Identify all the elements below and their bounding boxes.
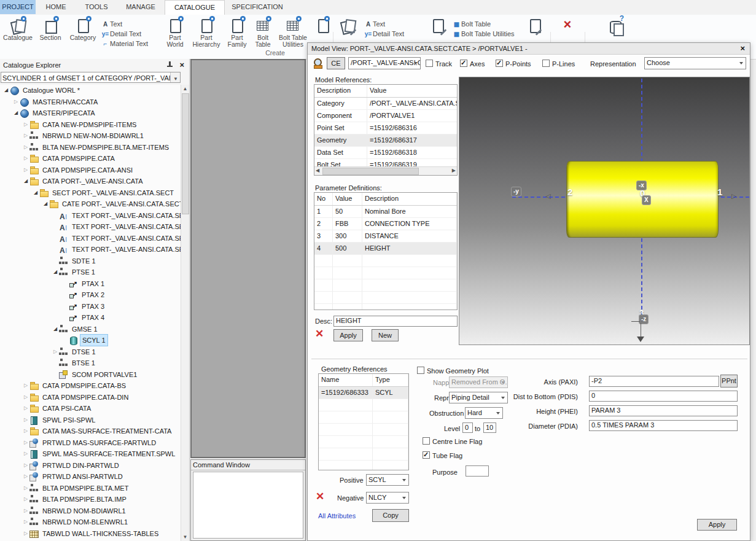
bolt-table-utilities-modify-button[interactable]: ▦Bolt Table Utilities <box>452 29 515 39</box>
model-viewport[interactable]: -y ◁ ▷ 2 1 -x 0 X 3 -z <box>459 77 750 345</box>
collapse-icon[interactable]: ◢ <box>42 198 49 209</box>
bolt-table-utilities-button[interactable]: Bolt Table Utilities <box>275 17 311 48</box>
scrollbar-thumb[interactable] <box>182 93 189 214</box>
bolt-table-button[interactable]: Bolt Table <box>251 17 275 48</box>
tree-item[interactable]: ▷PRTWLD MAS-SURFACE-PARTWLD <box>0 437 181 449</box>
model-view-title-bar[interactable]: Model View: PORT-_VALVE-ANSI.CATA.SECT.C… <box>308 43 750 55</box>
tree-item[interactable]: ◢MASTER/PIPECATA <box>0 107 181 119</box>
command-input-area[interactable] <box>193 472 303 539</box>
explorer-element-combobox[interactable]: SCYLINDER 1 of GMSET 1 of CATEGORY /PORT… <box>1 72 181 83</box>
close-icon[interactable]: × <box>740 43 745 54</box>
expand-icon[interactable]: ▷ <box>22 165 29 176</box>
detail-text-modify-button[interactable]: y=Detail Text <box>364 29 404 39</box>
tree-item[interactable]: BTSE 1 <box>0 357 181 369</box>
purpose-input[interactable] <box>466 465 489 477</box>
scrollbar-thumb[interactable] <box>322 168 419 175</box>
tree-item[interactable]: TEXT PORT-_VALVE-ANSI.CATA.SE <box>0 244 181 255</box>
tab-tools[interactable]: TOOLS <box>76 0 117 14</box>
part-world-button[interactable]: Part World <box>161 17 189 48</box>
tree-item[interactable]: ▷BLTA NEW-PDMSPIPE.BLTA.MET-ITEMS <box>0 142 181 154</box>
tree-item[interactable]: ▷BLTA PDMSPIPE.BLTA.MET <box>0 483 181 494</box>
pin-icon[interactable] <box>166 61 173 68</box>
tree-item[interactable]: ◢CATE PORT-_VALVE-ANSI.CATA.SECT. <box>0 198 181 210</box>
expand-icon[interactable]: ▷ <box>22 528 29 539</box>
bolt-table-modify-button[interactable]: ▦Bolt Table <box>452 20 491 29</box>
tab-home[interactable]: HOME <box>36 0 76 14</box>
table-row[interactable]: Point Set=15192/686316 <box>314 122 457 134</box>
collapse-icon[interactable]: ◢ <box>22 176 29 187</box>
tree-item[interactable]: ▷CATA PDMSPIPE.CATA-BS <box>0 380 181 392</box>
track-checkbox[interactable] <box>426 60 433 67</box>
column-header[interactable]: No <box>314 193 333 205</box>
tree-item[interactable]: ◢SECT PORT-_VALVE-ANSI.CATA.SECT <box>0 187 181 199</box>
negative-combobox[interactable]: NLCY <box>366 492 409 504</box>
show-geometry-plot-checkbox[interactable] <box>417 367 424 374</box>
tree-item[interactable]: TEXT PORT-_VALVE-ANSI.CATA.SE <box>0 233 181 244</box>
part-modify-button[interactable] <box>427 17 448 33</box>
close-icon[interactable]: × <box>179 59 184 71</box>
tree-item[interactable]: ◢PTSE 1 <box>0 267 181 278</box>
expand-icon[interactable]: ▷ <box>22 483 29 494</box>
expand-icon[interactable]: ▷ <box>22 142 29 153</box>
expand-icon[interactable]: ▷ <box>22 415 29 426</box>
tree-item[interactable]: ◢CATA PORT-_VALVE-ANSI.CATA <box>0 176 181 187</box>
element-combobox[interactable]: /PORT-_VALVE-ANSI.CATA.SECT ... <box>348 57 421 69</box>
tree-item[interactable]: ▷SPWL MAS-SURFACE-TREATMENT.SPWL <box>0 448 181 460</box>
table-row[interactable]: 3300DISTANCE <box>314 230 457 243</box>
p-lines-checkbox[interactable] <box>542 60 550 67</box>
expand-icon[interactable]: ▷ <box>22 153 29 164</box>
delete-geometry-icon[interactable]: ✕ <box>316 492 324 502</box>
category-create-button[interactable]: Category <box>66 17 99 41</box>
tree-item[interactable]: ▷CATA MAS-SURFACE-TREATMENT-CATA <box>0 426 181 437</box>
expand-icon[interactable]: ▷ <box>22 392 29 403</box>
part-family-button[interactable]: Part Family <box>224 17 251 48</box>
tree-item[interactable]: ▷NBRWLD NOM-BLENWRL1 <box>0 516 181 528</box>
expand-icon[interactable]: ▷ <box>52 346 59 357</box>
scroll-down-icon[interactable]: ▼ <box>181 534 189 540</box>
table-row[interactable]: Component/PORTVALVE1 <box>314 110 457 122</box>
tab-catalogue[interactable]: CATALOGUE <box>165 0 225 15</box>
tree-item[interactable]: PTAX 4 <box>0 312 181 324</box>
table-row[interactable]: =15192/686333SCYL <box>319 387 408 399</box>
delete-button[interactable]: × <box>556 17 579 32</box>
tab-manage[interactable]: MANAGE <box>117 0 165 14</box>
model-button[interactable]: ? <box>602 17 630 33</box>
tree-item[interactable]: PTAX 1 <box>0 278 181 290</box>
tree-item[interactable]: PTAX 3 <box>0 301 181 313</box>
tree-item[interactable]: TEXT PORT-_VALVE-ANSI.CATA.SE <box>0 221 181 233</box>
p-points-checkbox[interactable] <box>496 60 503 67</box>
ce-button[interactable]: CE <box>327 57 345 69</box>
tree-item[interactable]: ▷TABWLD WALL-THICKNESS-TABLES <box>0 528 181 540</box>
element-browse-icon[interactable] <box>313 58 324 69</box>
tree-item[interactable]: SDTE 1 <box>0 255 181 267</box>
all-attributes-link[interactable]: All Attributes <box>318 512 356 520</box>
delete-parameter-icon[interactable]: ✕ <box>315 329 324 339</box>
section-create-button[interactable]: Section <box>36 17 65 41</box>
expand-icon[interactable]: ▷ <box>22 516 29 527</box>
representation-combobox[interactable]: Choose <box>644 57 746 69</box>
axis-paxi-input[interactable]: -P2 <box>589 376 719 387</box>
table-row[interactable]: 2FBBCONNECTION TYPE <box>314 218 457 230</box>
detail-text-create-button[interactable]: y=Detail Text <box>101 29 141 39</box>
diameter-pdia-input[interactable]: 0.5 TIMES PARAM 3 <box>589 420 738 431</box>
part-hierarchy-button[interactable]: Part Hierarchy <box>189 17 224 48</box>
column-header[interactable]: Name <box>319 374 373 386</box>
column-header[interactable]: Value <box>333 193 362 205</box>
apply-button[interactable]: Apply <box>697 519 737 531</box>
expand-icon[interactable]: ▷ <box>22 471 29 482</box>
table-row[interactable]: Category/PORT-_VALVE-ANSI.CATA.SECT <box>314 98 457 110</box>
tree-item[interactable]: ▷CATA PDMSPIPE.CATA <box>0 153 181 165</box>
collapse-icon[interactable]: ◢ <box>32 187 39 198</box>
ppnt-button[interactable]: PPnt <box>720 375 738 387</box>
tree-item[interactable]: ▷NBRWLD NOM-BDIAWRL1 <box>0 505 181 517</box>
height-phei-input[interactable]: PARAM 3 <box>589 405 738 416</box>
main-3d-canvas[interactable] <box>190 59 306 458</box>
tree-item[interactable]: ▷CATA PDMSPIPE.CATA-DIN <box>0 392 181 403</box>
component-modify-button[interactable] <box>522 17 544 33</box>
scroll-right-icon[interactable]: ▶ <box>452 168 456 173</box>
expand-icon[interactable]: ▷ <box>22 448 29 459</box>
column-header[interactable]: Description <box>314 85 367 97</box>
axes-checkbox[interactable] <box>460 60 467 67</box>
tree-item[interactable]: SCYL 1 <box>0 335 181 346</box>
level-from-input[interactable]: 0 <box>462 422 473 433</box>
